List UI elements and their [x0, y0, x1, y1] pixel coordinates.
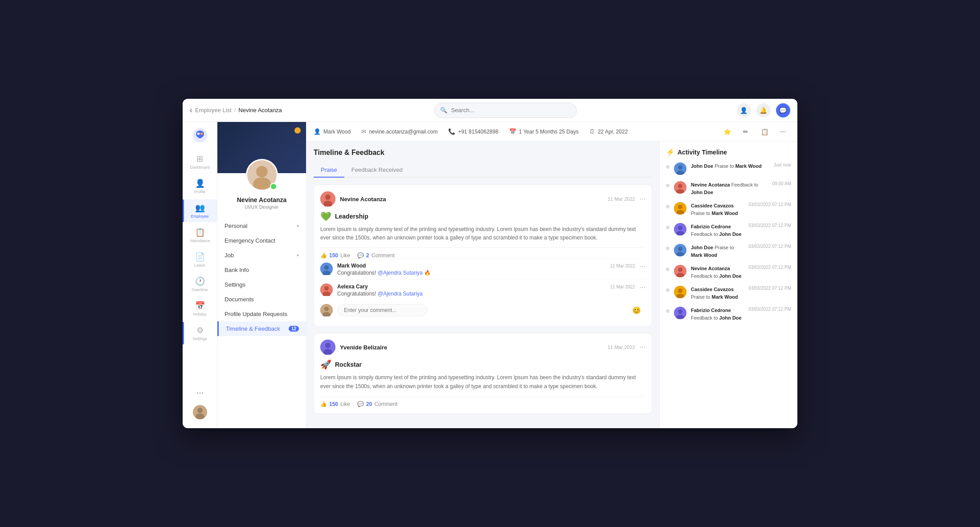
search-bar[interactable]: 🔍 — [434, 103, 577, 118]
activity-panel: ⚡ Activity Timeline John Doe Praise to M… — [659, 142, 797, 428]
info-tenure-value: 1 Year 5 Months 25 Days — [519, 129, 579, 135]
chat-icon-btn[interactable]: 💬 — [776, 103, 790, 118]
activity-target-6: John Doe — [719, 273, 742, 279]
activity-text-1: John Doe Praise to Mark Wood — [691, 162, 769, 170]
like-label-1: Like — [340, 252, 350, 259]
sidebar-item-leave[interactable]: 📄 Leave — [183, 248, 217, 271]
online-status-dot — [294, 127, 301, 134]
comment-btn-1[interactable]: 💬 2 Comment — [357, 252, 395, 259]
app-window: ‹ Employee List / Nevine Acotanza 🔍 👤 🔔 … — [183, 99, 797, 428]
right-area: 👤 Mark Wood ✉ nevine.acotanza@gmail.com … — [306, 122, 797, 428]
activity-text-3: Cassidee Cavazos Praise to Mark Wood — [691, 202, 744, 217]
comment-input-avatar-1 — [320, 304, 333, 316]
post-user-1: Nevine Acotanza — [320, 191, 386, 207]
attendance-icon: 📋 — [195, 227, 205, 237]
top-bar-actions: 👤 🔔 💬 — [737, 103, 790, 118]
nav-section: Personal ▾ Emergency Contact Job ▾ Bank … — [217, 215, 306, 340]
activity-target-8: John Doe — [719, 315, 742, 320]
achievement-title-2: Rockstar — [335, 361, 362, 368]
sidebar-item-dashboard[interactable]: ⊞ Dashboard — [183, 150, 217, 173]
comment-more-1-2[interactable]: ··· — [640, 284, 645, 292]
post-more-btn-1[interactable]: ··· — [640, 195, 645, 203]
search-input[interactable] — [451, 107, 571, 114]
post-avatar-2 — [320, 340, 335, 355]
post-avatar-1 — [320, 191, 335, 207]
like-icon-1: 👍 — [320, 252, 327, 259]
like-btn-1[interactable]: 👍 150 Like — [320, 252, 350, 259]
sidebar-item-attendance[interactable]: 📋 Attendance — [183, 224, 217, 247]
nav-item-emergency[interactable]: Emergency Contact — [217, 233, 306, 248]
info-email: ✉ nevine.acotanza@gmail.com — [361, 128, 437, 135]
sidebar-item-label-overtime: Overtime — [192, 288, 208, 292]
main-layout: ⊞ Dashboard 👤 Profile 👥 Employee 📋 Atten… — [183, 122, 797, 428]
back-arrow[interactable]: ‹ — [190, 105, 192, 115]
activity-time-7: 03/03/2022 07:12 PM — [748, 286, 791, 291]
breadcrumb-separator: / — [234, 107, 236, 114]
activity-actor-2: Nevine Acotanza — [691, 182, 730, 187]
sidebar-bottom: ⋯ — [193, 385, 207, 423]
sidebar-item-profile[interactable]: 👤 Profile — [183, 175, 217, 198]
apps-btn[interactable]: ⋯ — [193, 385, 207, 400]
activity-time-3: 03/03/2022 07:12 PM — [748, 202, 791, 207]
tab-praise[interactable]: Praise — [314, 163, 344, 178]
activity-avatar-1 — [674, 162, 686, 175]
comment-header-1-2: Aelexa Cary 11 Mar 2022 — [337, 284, 635, 290]
sidebar-item-employee[interactable]: 👥 Employee — [183, 199, 217, 222]
sidebar-item-holiday[interactable]: 📅 Holiday — [183, 297, 217, 320]
comment-1-1: Mark Wood 11 Mar 2022 Congratulations! @… — [320, 259, 645, 280]
doc-btn[interactable]: 📋 — [757, 125, 772, 139]
nav-item-personal[interactable]: Personal ▾ — [217, 219, 306, 233]
active-indicator — [183, 199, 184, 222]
info-name-value: Mark Wood — [323, 129, 351, 135]
tab-feedback[interactable]: Feedback Received — [344, 163, 410, 178]
activity-dot-2 — [666, 184, 670, 187]
nav-item-bankinfo[interactable]: Bank Info — [217, 263, 306, 277]
svg-point-13 — [324, 265, 329, 270]
comment-1-2: Aelexa Cary 11 Mar 2022 Congratulations!… — [320, 280, 645, 300]
breadcrumb-parent[interactable]: Employee List — [195, 107, 232, 114]
activity-text-4: Fabrizio Cedrone Feedback to John Doe — [691, 223, 744, 238]
nav-item-timeline[interactable]: Timeline & Feedback 12 — [217, 321, 306, 336]
sidebar: ⊞ Dashboard 👤 Profile 👥 Employee 📋 Atten… — [183, 122, 217, 428]
activity-target-3: Mark Wood — [711, 211, 738, 216]
comment-input-field-1[interactable] — [337, 304, 427, 316]
activity-actor-5: John Doe — [691, 245, 713, 250]
post-user-2: Yvenide Belizaire — [320, 340, 387, 355]
sidebar-item-overtime[interactable]: 🕐 Overtime — [183, 273, 217, 296]
activity-target-1: Mark Wood — [735, 163, 762, 169]
star-btn[interactable]: ⭐ — [720, 125, 734, 139]
post-body-1: Lorem Ipsum is simply dummy text of the … — [320, 225, 645, 242]
nav-item-job[interactable]: Job ▾ — [217, 248, 306, 263]
comment-btn-2[interactable]: 💬 20 Comment — [357, 401, 397, 407]
comment-content-1-2: Aelexa Cary 11 Mar 2022 Congratulations!… — [337, 284, 635, 297]
nav-item-settings[interactable]: Settings — [217, 277, 306, 292]
nav-item-profileupdate[interactable]: Profile Update Requests — [217, 307, 306, 321]
bell-icon-btn[interactable]: 🔔 — [756, 103, 771, 118]
emoji-btn-1[interactable]: 😊 — [632, 306, 641, 315]
sidebar-item-label-settings: Settings — [192, 336, 207, 341]
post-more-btn-2[interactable]: ··· — [640, 343, 645, 351]
like-icon-2: 👍 — [320, 401, 327, 407]
post-header-right-1: 11 Mar 2022 ··· — [608, 195, 645, 203]
nav-label-timeline: Timeline & Feedback — [226, 325, 280, 332]
main-content: Timeline & Feedback Praise Feedback Rece… — [306, 142, 659, 428]
calendar-icon: 📅 — [509, 128, 516, 135]
sidebar-item-label-employee: Employee — [191, 214, 208, 219]
sidebar-user-avatar[interactable] — [193, 405, 207, 419]
activity-time-8: 03/03/2022 07:12 PM — [748, 307, 791, 312]
activity-time-2: 09:00 AM — [772, 181, 791, 186]
comment-date-1-1: 11 Mar 2022 — [610, 264, 635, 268]
phone-icon: 📞 — [448, 128, 455, 135]
activity-dot-3 — [666, 205, 670, 208]
more-btn[interactable]: ··· — [776, 125, 790, 139]
like-btn-2[interactable]: 👍 150 Like — [320, 401, 350, 407]
nav-item-documents[interactable]: Documents — [217, 292, 306, 307]
comment-more-1-1[interactable]: ··· — [640, 263, 645, 271]
logo — [192, 127, 208, 145]
leave-icon: 📄 — [195, 252, 205, 262]
settings-icon: ⚙ — [196, 325, 204, 335]
user-icon-btn[interactable]: 👤 — [737, 103, 751, 118]
info-email-value: nevine.acotanza@gmail.com — [369, 129, 437, 135]
sidebar-item-settings[interactable]: ⚙ Settings — [183, 322, 217, 345]
edit-btn[interactable]: ✏ — [739, 125, 753, 139]
